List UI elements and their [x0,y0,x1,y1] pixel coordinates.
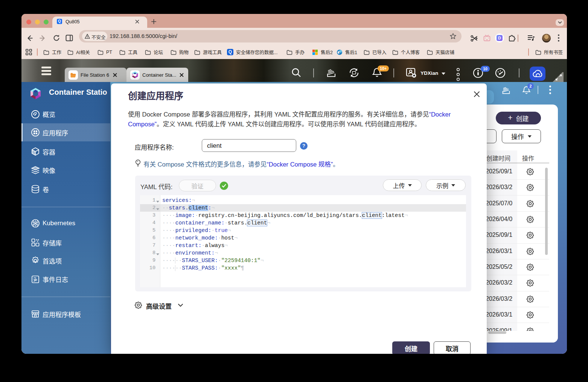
svg-text:s: s [339,51,340,54]
